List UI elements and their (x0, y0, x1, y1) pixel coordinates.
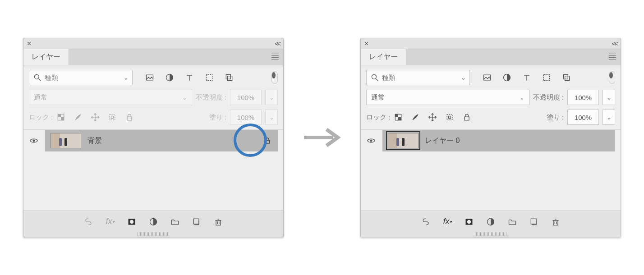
layer-lock-icon[interactable] (262, 136, 272, 146)
lock-artboard-icon[interactable] (108, 113, 117, 122)
layer-list: レイヤー 0 (361, 129, 621, 211)
new-group-icon[interactable] (508, 217, 517, 226)
link-layers-icon[interactable] (421, 217, 430, 226)
collapse-icon[interactable]: << (612, 40, 617, 47)
fill-label: 塗り : (547, 113, 564, 122)
new-layer-icon[interactable] (529, 217, 538, 226)
shape-filter-icon[interactable] (542, 73, 551, 82)
fill-value[interactable]: 100% (230, 110, 262, 125)
image-filter-icon[interactable] (145, 73, 154, 82)
svg-rect-7 (226, 74, 230, 79)
adjustment-filter-icon[interactable] (502, 73, 511, 82)
svg-point-17 (33, 140, 35, 142)
layers-panel-after: × << レイヤー 種類 ⌄ (360, 38, 621, 237)
resize-grip[interactable] (361, 232, 621, 237)
lock-all-icon[interactable] (125, 113, 134, 122)
smartobject-filter-icon[interactable] (562, 73, 571, 82)
lock-paint-icon[interactable] (411, 113, 420, 122)
filter-type-dropdown[interactable]: 種類 ⌄ (29, 70, 133, 85)
add-mask-icon[interactable] (465, 217, 474, 226)
lock-transparency-icon[interactable] (394, 113, 403, 122)
layer-row[interactable]: 背景 (23, 130, 283, 151)
lock-all-icon[interactable] (462, 113, 471, 122)
new-adjustment-icon[interactable] (149, 217, 158, 226)
opacity-value[interactable]: 100% (567, 90, 599, 105)
svg-rect-53 (553, 220, 558, 225)
tab-row: レイヤー (361, 49, 621, 65)
adjustment-filter-icon[interactable] (165, 73, 174, 82)
new-adjustment-icon[interactable] (486, 217, 495, 226)
fill-value[interactable]: 100% (567, 110, 599, 125)
opacity-value[interactable]: 100% (230, 90, 262, 105)
layer-row[interactable]: レイヤー 0 (361, 130, 621, 151)
blend-opacity-row: 通常 ⌄ 不透明度 : 100% ⌄ (29, 90, 278, 105)
delete-layer-icon[interactable] (551, 217, 560, 226)
arrow-annotation (302, 124, 342, 151)
new-group-icon[interactable] (170, 217, 179, 226)
tab-layers[interactable]: レイヤー (23, 49, 69, 65)
lock-artboard-icon[interactable] (445, 113, 454, 122)
lock-fill-row: ロック : 塗り : 100% ⌄ (366, 110, 615, 125)
fill-caret[interactable]: ⌄ (603, 110, 615, 125)
close-icon[interactable]: × (27, 40, 31, 47)
smartobject-filter-icon[interactable] (225, 73, 234, 82)
blend-mode-dropdown[interactable]: 通常 ⌄ (29, 90, 192, 105)
layers-panel-before: × << レイヤー 種類 ⌄ (23, 38, 284, 237)
svg-rect-38 (565, 76, 570, 81)
layer-name[interactable]: 背景 (87, 136, 102, 146)
visibility-toggle[interactable] (29, 136, 39, 145)
panel-footer: fx▾ (361, 211, 621, 232)
lock-position-icon[interactable] (91, 113, 100, 122)
opacity-caret[interactable]: ⌄ (265, 90, 278, 105)
svg-rect-9 (58, 114, 61, 117)
opacity-label: 不透明度 : (196, 93, 226, 102)
shape-filter-icon[interactable] (205, 73, 214, 82)
add-mask-icon[interactable] (127, 217, 136, 226)
layer-name[interactable]: レイヤー 0 (425, 136, 460, 146)
fx-icon[interactable]: fx▾ (106, 217, 114, 226)
image-filter-icon[interactable] (483, 73, 492, 82)
svg-rect-46 (465, 117, 469, 120)
filter-toggle[interactable] (609, 71, 615, 84)
eye-icon (367, 136, 376, 145)
svg-rect-40 (398, 117, 401, 120)
svg-rect-23 (193, 219, 199, 224)
panel-menu-icon[interactable] (271, 54, 279, 60)
close-icon[interactable]: × (364, 40, 368, 47)
text-filter-icon[interactable] (185, 73, 194, 82)
fx-icon[interactable]: fx▾ (443, 217, 451, 226)
layer-thumbnail[interactable] (388, 133, 419, 148)
filter-toggle[interactable] (271, 71, 278, 84)
visibility-toggle[interactable] (366, 136, 376, 145)
layer-thumbnail[interactable] (51, 133, 81, 148)
annotation-circle (234, 124, 267, 157)
lock-transparency-icon[interactable] (56, 113, 65, 122)
delete-layer-icon[interactable] (214, 217, 223, 226)
panel-menu-icon[interactable] (609, 54, 616, 60)
filter-row: 種類 ⌄ (29, 70, 278, 85)
new-layer-icon[interactable] (192, 217, 201, 226)
svg-point-30 (372, 74, 376, 79)
tab-row: レイヤー (23, 49, 283, 65)
svg-rect-24 (216, 220, 221, 225)
layer-list: 背景 (23, 129, 283, 211)
svg-point-0 (34, 74, 39, 79)
lock-paint-icon[interactable] (74, 113, 83, 122)
resize-grip[interactable] (23, 232, 283, 237)
svg-point-47 (370, 140, 373, 142)
text-filter-icon[interactable] (522, 73, 531, 82)
chevron-down-icon: ⌄ (461, 74, 466, 81)
collapse-icon[interactable]: << (274, 40, 280, 47)
search-icon (33, 73, 42, 82)
blend-mode-dropdown[interactable]: 通常 ⌄ (366, 90, 529, 105)
filter-type-dropdown[interactable]: 種類 ⌄ (366, 70, 470, 85)
fill-caret[interactable]: ⌄ (265, 110, 278, 125)
tab-layers[interactable]: レイヤー (361, 49, 406, 65)
svg-rect-37 (563, 74, 568, 79)
chevron-down-icon: ⌄ (182, 94, 187, 101)
lock-position-icon[interactable] (428, 113, 437, 122)
lock-fill-row: ロック : 塗り : 100% ⌄ (29, 110, 278, 125)
link-layers-icon[interactable] (84, 217, 93, 226)
opacity-caret[interactable]: ⌄ (603, 90, 615, 105)
svg-rect-8 (228, 76, 232, 81)
